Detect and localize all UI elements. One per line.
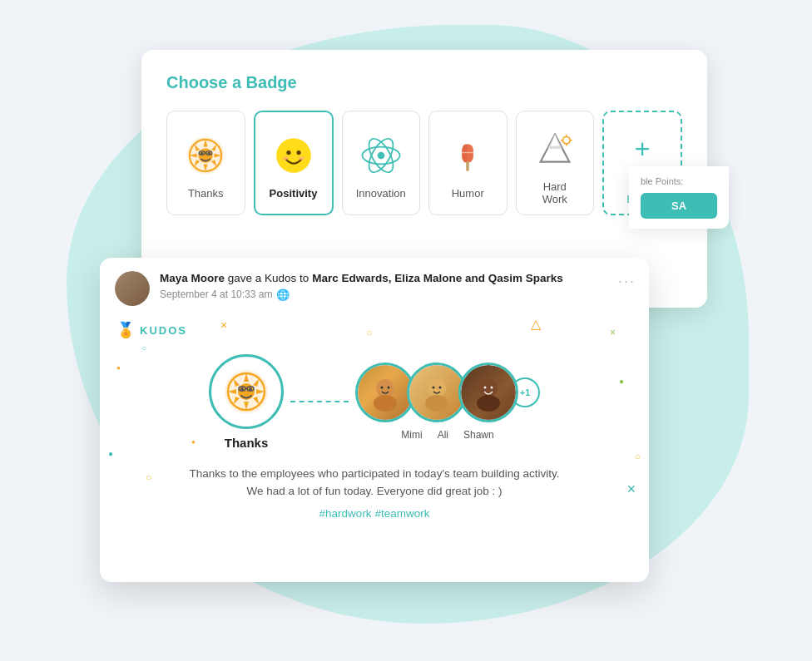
positivity-badge-label: Positivity bbox=[270, 187, 318, 200]
badge-circle-main bbox=[209, 354, 284, 429]
svg-point-43 bbox=[433, 387, 435, 389]
svg-point-46 bbox=[477, 395, 500, 412]
recipients-names: Marc Edwards, Eliza Malone and Qasim Spa… bbox=[312, 272, 563, 284]
innovation-badge-icon bbox=[359, 134, 403, 177]
shawn-face bbox=[468, 372, 509, 413]
badge-item-positivity[interactable]: Positivity bbox=[254, 111, 334, 215]
kudos-post-card: Maya Moore gave a Kudos to Marc Edwards,… bbox=[100, 258, 649, 582]
name-shawn: Shawn bbox=[463, 429, 494, 441]
recipients-wrap: +1 Mimi Ali Shawn bbox=[355, 363, 540, 441]
kudos-brand-text: KUDOS bbox=[140, 324, 187, 337]
deco-circle-2: ● bbox=[108, 449, 113, 458]
svg-point-38 bbox=[374, 395, 397, 412]
humor-icon-wrap bbox=[443, 131, 493, 180]
svg-point-48 bbox=[491, 387, 493, 389]
save-button[interactable]: SA bbox=[641, 193, 717, 219]
badge-main-wrap: Thanks bbox=[209, 354, 284, 450]
svg-point-8 bbox=[276, 138, 311, 173]
kudos-graphic: Thanks bbox=[116, 348, 632, 456]
kudos-timestamp: September 4 at 10:33 am 🌐 bbox=[160, 289, 634, 301]
svg-point-11 bbox=[283, 156, 289, 160]
kudos-brand: 🏅 KUDOS bbox=[116, 321, 632, 339]
badge-item-innovation[interactable]: Innovation bbox=[342, 111, 421, 215]
name-ali: Ali bbox=[438, 429, 448, 441]
recipients-row: +1 bbox=[355, 363, 540, 422]
thanks-graphic-icon bbox=[221, 367, 271, 417]
svg-point-40 bbox=[388, 387, 390, 389]
badge-name-label: Thanks bbox=[225, 436, 269, 450]
svg-point-9 bbox=[286, 150, 290, 154]
thanks-badge-icon bbox=[184, 134, 227, 177]
svg-point-44 bbox=[439, 387, 442, 389]
thanks-icon-wrap bbox=[181, 131, 230, 180]
name-mimi: Mimi bbox=[401, 429, 422, 441]
kudos-brand-icon: 🏅 bbox=[116, 321, 135, 339]
ali-face bbox=[416, 372, 458, 413]
thanks-badge-label: Thanks bbox=[188, 187, 224, 200]
kudos-meta: Maya Moore gave a Kudos to Marc Edwards,… bbox=[160, 271, 634, 301]
kudos-headline: Maya Moore gave a Kudos to Marc Edwards,… bbox=[160, 271, 634, 287]
badge-item-hardwork[interactable]: Hard Work bbox=[516, 111, 595, 215]
recipient-shawn bbox=[458, 363, 518, 422]
hardwork-icon-wrap bbox=[530, 124, 580, 174]
hardwork-badge-label: Hard Work bbox=[530, 180, 581, 205]
dashed-connector bbox=[290, 401, 349, 402]
svg-point-10 bbox=[296, 150, 300, 154]
badge-card-title: Choose a Badge bbox=[166, 73, 682, 92]
svg-point-39 bbox=[381, 387, 384, 389]
svg-point-41 bbox=[428, 379, 446, 397]
svg-point-24 bbox=[562, 136, 570, 144]
mimi-face bbox=[364, 372, 406, 413]
sidebar-partial: ble Points: SA bbox=[629, 166, 729, 229]
humor-badge-label: Humor bbox=[452, 187, 484, 200]
svg-point-47 bbox=[484, 387, 487, 389]
svg-point-37 bbox=[376, 379, 394, 397]
recipient-names-row: Mimi Ali Shawn bbox=[401, 429, 493, 441]
positivity-icon-wrap bbox=[269, 131, 319, 180]
humor-badge-icon bbox=[446, 134, 489, 177]
svg-point-12 bbox=[299, 156, 304, 160]
svg-point-42 bbox=[425, 395, 448, 412]
available-points-label: ble Points: bbox=[641, 176, 717, 186]
plus-icon: + bbox=[635, 134, 651, 165]
innovation-badge-label: Innovation bbox=[356, 187, 406, 200]
kudos-header: Maya Moore gave a Kudos to Marc Edwards,… bbox=[100, 258, 649, 314]
kudos-message: Thanks to the employees who participated… bbox=[116, 466, 632, 501]
sender-name: Maya Moore bbox=[160, 272, 225, 284]
svg-point-16 bbox=[377, 151, 384, 159]
innovation-icon-wrap bbox=[356, 131, 406, 180]
svg-rect-18 bbox=[463, 144, 467, 163]
badge-item-thanks[interactable]: Thanks bbox=[166, 111, 245, 215]
post-menu-button[interactable]: ··· bbox=[618, 273, 636, 290]
positivity-badge-icon bbox=[272, 134, 315, 177]
kudos-tags: #hardwork #teamwork bbox=[116, 507, 632, 520]
deco-circle-5: ○ bbox=[635, 451, 641, 462]
hardwork-badge-icon bbox=[533, 127, 577, 170]
svg-rect-19 bbox=[467, 160, 469, 170]
kudos-action: gave a Kudos to bbox=[228, 272, 309, 284]
badge-item-humor[interactable]: Humor bbox=[428, 111, 508, 215]
kudos-content: × ○ △ × ● ○ ○ ● ○ ✕ ● ● 🏅 KUDOS bbox=[100, 314, 649, 533]
badges-row: Thanks Positivity bbox=[166, 111, 682, 215]
globe-icon: 🌐 bbox=[276, 289, 290, 301]
sender-avatar bbox=[115, 271, 150, 306]
